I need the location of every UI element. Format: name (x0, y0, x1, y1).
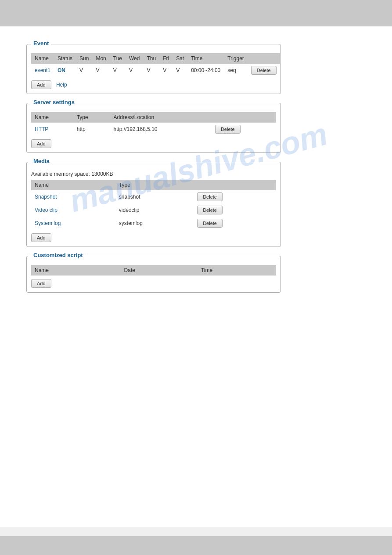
event-table: Name Status Sun Mon Tue Wed Thu Fri Sat … (31, 53, 280, 77)
page-spacer (26, 301, 366, 389)
media-delete-button-2[interactable]: Delete (197, 206, 223, 214)
media-add-button[interactable]: Add (31, 233, 51, 242)
event-content: Name Status Sun Mon Tue Wed Thu Fri Sat … (31, 53, 276, 89)
server-col-address: Address/Location (110, 112, 211, 123)
event-help-link[interactable]: Help (56, 82, 67, 88)
col-mon: Mon (92, 53, 109, 64)
col-time: Time (187, 53, 224, 64)
event-sun: V (76, 64, 92, 77)
event-add-row: Add Help (31, 80, 276, 89)
event-status: ON (54, 64, 76, 77)
event-tue: V (110, 64, 126, 77)
server-name: HTTP (31, 123, 73, 136)
script-table-header-row: Name Date Time (31, 265, 276, 276)
http-link[interactable]: HTTP (35, 126, 48, 132)
script-add-button[interactable]: Add (31, 279, 51, 288)
media-type-1: snapshot (115, 190, 194, 203)
media-delete-cell-1: Delete (194, 190, 276, 203)
media-section: Media Available memory space: 13000KB Na… (26, 162, 281, 247)
customized-script-title: Customized script (31, 252, 85, 258)
media-col-name: Name (31, 180, 115, 190)
server-type: http (73, 123, 110, 136)
event-table-header-row: Name Status Sun Mon Tue Wed Thu Fri Sat … (31, 53, 280, 64)
col-status: Status (54, 53, 76, 64)
event-time: 00:00~24:00 (187, 64, 224, 77)
server-add-button[interactable]: Add (31, 139, 51, 148)
col-sun: Sun (76, 53, 92, 64)
media-delete-cell-2: Delete (194, 203, 276, 217)
media-col-type: Type (115, 180, 194, 190)
event-sat: V (173, 64, 187, 77)
media-col-action (194, 180, 276, 190)
top-bar (0, 0, 392, 26)
col-name: Name (31, 53, 54, 64)
event-status-on: ON (58, 67, 65, 73)
event-thu: V (143, 64, 159, 77)
bottom-bar (0, 536, 392, 555)
col-sat: Sat (173, 53, 187, 64)
server-delete-button[interactable]: Delete (215, 125, 241, 134)
col-fri: Fri (159, 53, 173, 64)
media-name-3: System log (31, 217, 115, 230)
media-section-title: Media (31, 158, 52, 164)
media-add-row: Add (31, 233, 276, 242)
systemlog-link[interactable]: System log (35, 220, 61, 226)
media-row-3: System log systemlog Delete (31, 217, 276, 230)
event-fri: V (159, 64, 173, 77)
event-section-title: Event (31, 40, 51, 47)
event-trigger: seq (224, 64, 248, 77)
server-delete-cell: Delete (212, 123, 276, 136)
script-col-date: Date (121, 265, 198, 276)
server-row-1: HTTP http http://192.168.5.10 Delete (31, 123, 276, 136)
media-name-2: Video clip (31, 203, 115, 217)
script-col-name: Name (31, 265, 121, 276)
media-type-3: systemlog (115, 217, 194, 230)
server-settings-title: Server settings (31, 99, 77, 105)
col-trigger: Trigger (224, 53, 248, 64)
media-content: Available memory space: 13000KB Name Typ… (31, 171, 276, 242)
server-settings-content: Name Type Address/Location HTTP http htt… (31, 112, 276, 148)
col-wed: Wed (126, 53, 143, 64)
event-section: Event Name Status Sun Mon Tue Wed Thu Fr… (26, 44, 281, 94)
media-table: Name Type Snapshot snapshot Delete Vi (31, 180, 276, 230)
media-delete-cell-3: Delete (194, 217, 276, 230)
event-mon: V (92, 64, 109, 77)
event-delete-cell: Delete (248, 64, 280, 77)
media-row-1: Snapshot snapshot Delete (31, 190, 276, 203)
server-col-action (212, 112, 276, 123)
script-col-time: Time (198, 265, 276, 276)
event-name: event1 (31, 64, 54, 77)
server-address: http://192.168.5.10 (110, 123, 211, 136)
server-col-type: Type (73, 112, 110, 123)
event-add-button[interactable]: Add (31, 80, 51, 89)
customized-script-section: Customized script Name Date Time Add (26, 256, 281, 293)
media-delete-button-3[interactable]: Delete (197, 219, 223, 228)
event-delete-button[interactable]: Delete (251, 66, 277, 75)
customized-script-content: Name Date Time Add (31, 265, 276, 288)
col-action (248, 53, 280, 64)
event1-link[interactable]: event1 (35, 67, 50, 73)
media-type-2: videoclip (115, 203, 194, 217)
media-delete-button-1[interactable]: Delete (197, 192, 223, 201)
event-row-1: event1 ON V V V V V V V 00:00~24:00 seq … (31, 64, 280, 77)
script-add-row: Add (31, 279, 276, 288)
script-table: Name Date Time (31, 265, 276, 276)
media-name-1: Snapshot (31, 190, 115, 203)
server-settings-section: Server settings Name Type Address/Locati… (26, 103, 281, 153)
server-add-row: Add (31, 139, 276, 148)
event-wed: V (126, 64, 143, 77)
memory-info: Available memory space: 13000KB (31, 171, 276, 177)
col-tue: Tue (110, 53, 126, 64)
server-table-header-row: Name Type Address/Location (31, 112, 276, 123)
server-table: Name Type Address/Location HTTP http htt… (31, 112, 276, 136)
media-row-2: Video clip videoclip Delete (31, 203, 276, 217)
videoclip-link[interactable]: Video clip (35, 207, 58, 213)
page-content: manualshive.com Event Name Status Sun Mo… (0, 26, 392, 527)
media-table-header-row: Name Type (31, 180, 276, 190)
col-thu: Thu (143, 53, 159, 64)
server-col-name: Name (31, 112, 73, 123)
snapshot-link[interactable]: Snapshot (35, 194, 57, 200)
